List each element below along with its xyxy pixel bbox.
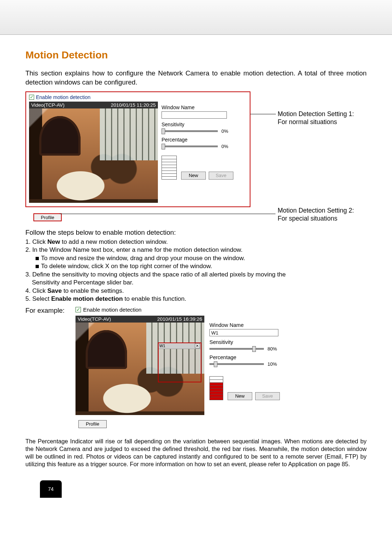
follow-text: Follow the steps below to enable motion … [25, 229, 367, 237]
new-button-2[interactable]: New [228, 392, 252, 400]
video-timestamp-2: 2010/01/15 16:39:26 [157, 316, 202, 322]
header-band [0, 0, 392, 35]
example-label: For example: [25, 307, 65, 315]
sensitivity-slider-2[interactable] [209, 348, 264, 350]
sensitivity-label-2: Sensitivity [209, 339, 293, 345]
window-name-label: Window Name [162, 104, 240, 110]
annotation-2: Motion Detection Setting 2: For special … [278, 207, 354, 223]
sensitivity-label: Sensitivity [162, 122, 240, 127]
close-icon[interactable]: ✕ [195, 343, 200, 348]
sensitivity-slider[interactable] [162, 130, 218, 132]
percentage-value-2: 10% [268, 361, 277, 367]
motion-panel-1: Enable motion detection Video(TCP-AV) 20… [25, 91, 250, 207]
video-preview-2: Video(TCP-AV) 2010/01/15 16:39:26 W1 ✕ [75, 316, 204, 415]
percentage-value: 0% [221, 144, 228, 149]
steps-list: 1. Click New to add a new motion detecti… [25, 238, 367, 303]
new-button[interactable]: New [181, 172, 206, 180]
explanation-text: The Percentage Indicator will rise or fa… [25, 438, 367, 468]
window-name-input[interactable] [162, 111, 227, 119]
page-number: 74 [40, 480, 62, 498]
sensitivity-value-2: 80% [268, 346, 277, 352]
page-title: Motion Detection [25, 49, 367, 61]
video-source: Video(TCP-AV) [31, 102, 65, 108]
window-name-input-2[interactable] [209, 329, 278, 336]
percentage-label-2: Percentage [209, 354, 293, 360]
percentage-slider[interactable] [162, 145, 218, 147]
level-indicator [162, 156, 177, 180]
enable-checkbox-2[interactable] [75, 307, 81, 312]
profile-button-2[interactable]: Profile [78, 420, 107, 428]
sensitivity-value: 0% [221, 128, 228, 134]
window-name-label-2: Window Name [209, 322, 293, 328]
enable-label: Enable motion detection [36, 94, 90, 100]
video-source-2: Video(TCP-AV) [78, 316, 111, 322]
save-button-2[interactable]: Save [255, 392, 280, 400]
video-image[interactable] [29, 108, 158, 203]
video-timestamp: 2010/01/15 11:20:25 [111, 102, 156, 108]
percentage-label: Percentage [162, 137, 240, 143]
enable-checkbox[interactable] [29, 95, 34, 100]
detection-window-title: W1 [159, 343, 166, 349]
intro-text: This section explains how to configure t… [25, 69, 367, 87]
detection-window[interactable]: W1 ✕ [158, 342, 201, 382]
level-indicator-2 [209, 376, 223, 400]
video-preview-1: Video(TCP-AV) 2010/01/15 11:20:25 [29, 102, 158, 203]
percentage-slider-2[interactable] [209, 363, 264, 365]
video-image-2[interactable]: W1 ✕ [75, 323, 204, 415]
profile-button[interactable]: Profile [33, 213, 62, 221]
save-button[interactable]: Save [209, 172, 233, 180]
enable-label-2: Enable motion detection [83, 307, 142, 313]
annotation-1: Motion Detection Setting 1: For normal s… [278, 110, 354, 126]
